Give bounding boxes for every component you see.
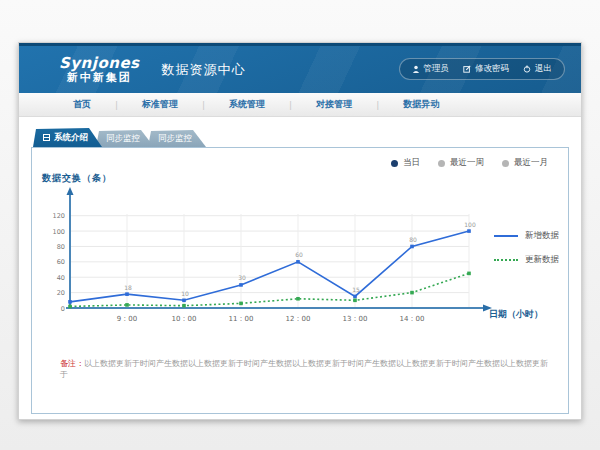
logo-chinese: 新中新集团 <box>59 72 140 84</box>
desktop-background: Synjones 新中新集团 数据资源中心 管理员 修改密码 <box>0 0 600 450</box>
data-point <box>68 305 72 309</box>
data-label: 30 <box>238 274 246 281</box>
data-point <box>239 302 243 306</box>
legend-line-sample <box>494 235 518 237</box>
tab-label: 系统介绍 <box>54 132 88 144</box>
power-icon <box>523 65 531 73</box>
user-toolbar: 管理员 修改密码 退出 <box>399 58 566 80</box>
edit-icon <box>463 65 471 73</box>
data-label: 80 <box>409 236 417 243</box>
logout-label: 退出 <box>535 63 552 75</box>
legend-item: 新增数据 <box>494 230 559 242</box>
y-tick-label: 80 <box>57 243 65 251</box>
tab-label: 同步监控 <box>106 133 140 145</box>
current-user-button[interactable]: 管理员 <box>412 63 450 75</box>
y-tick-label: 0 <box>61 305 65 313</box>
data-point <box>239 283 243 287</box>
x-tick-label: 12：00 <box>286 315 311 323</box>
footnote-prefix: 备注： <box>60 359 84 368</box>
change-password-label: 修改密码 <box>475 63 509 75</box>
logout-button[interactable]: 退出 <box>523 63 552 75</box>
company-logo: Synjones 新中新集团 <box>59 56 140 83</box>
nav-item-0[interactable]: 首页 <box>49 98 115 111</box>
x-tick-label: 14：00 <box>400 315 425 323</box>
data-point <box>125 292 129 296</box>
data-label: 18 <box>124 284 132 291</box>
data-point <box>68 300 72 304</box>
y-tick-label: 120 <box>53 212 65 220</box>
chart-y-axis-title: 数据交换（条） <box>42 172 112 185</box>
y-tick-label: 100 <box>53 228 65 236</box>
radio-label: 当日 <box>403 157 420 169</box>
logo-english: Synjones <box>59 56 140 72</box>
x-tick-label: 9：00 <box>117 315 137 323</box>
footnote-text: 以上数据更新于时间产生数据以上数据更新于时间产生数据以上数据更新于时间产生数据以… <box>60 359 548 379</box>
tab-label: 同步监控 <box>158 133 192 145</box>
current-user-label: 管理员 <box>424 63 450 75</box>
content-panel: 当日最近一周最近一月 数据交换（条） 0204060801001209：0010… <box>31 147 569 414</box>
tab-0[interactable]: 系统介绍 <box>33 128 102 147</box>
legend-label: 更新数据 <box>525 254 559 266</box>
radio-icon <box>502 160 509 167</box>
footnote: 备注：以上数据更新于时间产生数据以上数据更新于时间产生数据以上数据更新于时间产生… <box>60 358 548 380</box>
data-label: 60 <box>295 251 303 258</box>
data-point <box>296 297 300 301</box>
x-tick-label: 13：00 <box>343 315 368 323</box>
data-point <box>125 303 129 307</box>
radio-option-2[interactable]: 最近一月 <box>502 157 548 169</box>
app-header: Synjones 新中新集团 数据资源中心 管理员 修改密码 <box>19 43 581 93</box>
radio-option-1[interactable]: 最近一周 <box>438 157 484 169</box>
line-chart: 0204060801001209：0010：0011：0012：0013：001… <box>40 186 498 338</box>
radio-icon <box>391 160 398 167</box>
y-tick-label: 20 <box>57 289 65 297</box>
radio-icon <box>438 160 445 167</box>
data-point <box>296 260 300 264</box>
nav-item-3[interactable]: 对接管理 <box>292 98 376 111</box>
x-tick-label: 10：00 <box>172 315 197 323</box>
document-icon <box>43 134 50 141</box>
tab-bar: 系统介绍同步监控同步监控 <box>33 128 581 147</box>
tab-1[interactable]: 同步监控 <box>96 130 154 147</box>
chart-x-axis-title: 日期（小时） <box>489 308 543 321</box>
data-label: 15 <box>352 286 360 293</box>
data-point <box>410 291 414 295</box>
main-navbar: 首页|标准管理|系统管理|对接管理|数据异动 <box>19 93 581 117</box>
chart-legend: 新增数据更新数据 <box>494 230 559 266</box>
radio-label: 最近一月 <box>514 157 548 169</box>
page-title: 数据资源中心 <box>162 61 246 79</box>
data-point <box>467 272 471 276</box>
user-icon <box>412 65 420 73</box>
change-password-button[interactable]: 修改密码 <box>463 63 509 75</box>
radio-option-0[interactable]: 当日 <box>391 157 420 169</box>
y-tick-label: 60 <box>57 258 65 266</box>
legend-line-sample <box>494 259 518 261</box>
x-tick-label: 11：00 <box>229 315 254 323</box>
data-point <box>410 245 414 249</box>
data-point <box>467 229 471 233</box>
radio-label: 最近一周 <box>450 157 484 169</box>
y-axis-arrow <box>67 187 74 195</box>
data-point <box>182 299 186 303</box>
data-point <box>353 299 357 303</box>
nav-item-2[interactable]: 系统管理 <box>205 98 289 111</box>
nav-item-4[interactable]: 数据异动 <box>379 98 463 111</box>
y-tick-label: 40 <box>57 274 65 282</box>
time-range-filter: 当日最近一周最近一月 <box>391 157 548 169</box>
legend-label: 新增数据 <box>525 230 559 242</box>
app-window: Synjones 新中新集团 数据资源中心 管理员 修改密码 <box>18 42 582 420</box>
data-point <box>182 304 186 308</box>
data-label: 10 <box>181 290 189 297</box>
legend-item: 更新数据 <box>494 254 559 266</box>
nav-item-1[interactable]: 标准管理 <box>118 98 202 111</box>
tab-2[interactable]: 同步监控 <box>148 130 206 147</box>
data-point <box>353 295 357 299</box>
data-label: 100 <box>464 221 476 228</box>
